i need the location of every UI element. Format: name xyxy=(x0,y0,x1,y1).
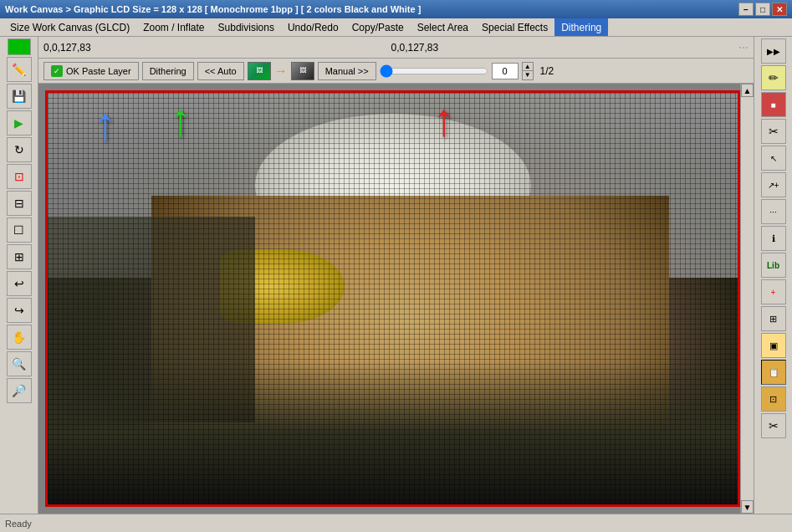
zoom-in-tool[interactable]: 🔍 xyxy=(7,351,32,376)
scroll-down-button[interactable]: ▼ xyxy=(741,500,754,514)
dither-value-input[interactable]: 0 xyxy=(492,63,519,79)
manual-button[interactable]: Manual >> xyxy=(318,62,376,80)
right-color-tool[interactable]: ■ xyxy=(761,92,786,117)
right-scissors-tool[interactable]: ✂ xyxy=(761,413,786,438)
vertical-scrollbar[interactable]: ▲ ▼ xyxy=(740,84,754,514)
status-bar-top: 0,0,127,83 0,0,127,83 ⋯ xyxy=(38,37,754,59)
right-dots-tool[interactable]: ··· xyxy=(761,199,786,224)
resize-handle: ⋯ xyxy=(738,42,749,54)
coords-right: 0,0,127,83 xyxy=(391,42,439,54)
right-cursor1-tool[interactable]: ↖ xyxy=(761,146,786,171)
right-square-tool[interactable]: ⊡ xyxy=(761,386,786,412)
play-tool[interactable]: ▶ xyxy=(7,110,32,136)
maximize-button[interactable]: □ xyxy=(755,3,770,16)
right-toolbar: ▶▶ ✏ ■ ✂ ↖ ↗+ ··· ℹ Lib + ⊞ ▣ 📋 ⊡ ✂ xyxy=(754,37,792,514)
spinner-up-down[interactable]: ▲ ▼ xyxy=(522,62,534,80)
left-toolbar: ✏️ 💾 ▶ ↻ ⊡ ⊟ ☐ ⊞ ↩ ↪ ✋ 🔍 🔎 xyxy=(0,37,38,514)
minimize-button[interactable]: − xyxy=(738,3,754,16)
image-thumb-1[interactable]: 🖼 xyxy=(248,62,271,80)
ok-paste-label: OK Paste Layer xyxy=(66,66,131,76)
title-bar: Work Canvas > Graphic LCD Size = 128 x 1… xyxy=(0,0,792,18)
eagle-detail xyxy=(48,93,738,504)
menu-copypaste[interactable]: Copy/Paste xyxy=(345,18,411,36)
grid-tool[interactable]: ⊞ xyxy=(7,244,32,269)
menu-selectarea[interactable]: Select Area xyxy=(411,18,475,36)
right-cut-tool[interactable]: ✂ xyxy=(761,119,786,144)
slider-container xyxy=(380,64,488,78)
menu-dithering[interactable]: Dithering xyxy=(554,18,608,36)
dithering-label: Dithering xyxy=(150,66,187,76)
dithering-button[interactable]: Dithering xyxy=(142,62,194,80)
frame-tool[interactable]: ☐ xyxy=(7,217,32,243)
redo-tool[interactable]: ↪ xyxy=(7,298,32,323)
menu-undo[interactable]: Undo/Redo xyxy=(281,18,345,36)
menu-subdivisions[interactable]: Subdivisions xyxy=(212,18,281,36)
ok-paste-button[interactable]: ✓ OK Paste Layer xyxy=(43,62,139,80)
lib-tool[interactable]: Lib xyxy=(761,253,786,278)
pencil-tool[interactable]: ✏️ xyxy=(7,57,32,82)
menu-effects[interactable]: Special Effects xyxy=(475,18,554,36)
menu-bar: Size Work Canvas (GLCD) Zoom / Inflate S… xyxy=(0,18,792,37)
auto-label: << Auto xyxy=(205,66,237,76)
right-play-tool[interactable]: ▶▶ xyxy=(761,38,786,64)
canvas-area: ▲ ▼ xyxy=(38,84,754,514)
palette-tool[interactable]: ⊞ xyxy=(761,306,786,331)
menu-zoom[interactable]: Zoom / Inflate xyxy=(136,18,211,36)
status-bar-bottom: Ready xyxy=(0,514,792,532)
title-bar-buttons: − □ ✕ xyxy=(738,3,787,16)
canvas-border: ↑ ↑ ↑ xyxy=(45,90,740,507)
fill-tool[interactable]: ▣ xyxy=(761,333,786,358)
close-button[interactable]: ✕ xyxy=(772,3,787,16)
menu-size[interactable]: Size Work Canvas (GLCD) xyxy=(3,18,136,36)
scroll-up-button[interactable]: ▲ xyxy=(741,84,754,97)
undo-tool[interactable]: ↩ xyxy=(7,271,32,296)
cut-region-tool[interactable]: ⊡ xyxy=(7,164,32,189)
manual-label: Manual >> xyxy=(325,66,369,76)
right-info-tool[interactable]: ℹ xyxy=(761,226,786,251)
action-bar: ✓ OK Paste Layer Dithering << Auto 🖼 → 🖼… xyxy=(38,59,754,84)
zoom-out-tool[interactable]: 🔎 xyxy=(7,378,32,403)
save-tool[interactable]: 💾 xyxy=(7,84,32,109)
paste-region-tool[interactable]: ⊟ xyxy=(7,191,32,216)
app-title: Work Canvas > Graphic LCD Size = 128 x 1… xyxy=(5,4,421,14)
ok-icon: ✓ xyxy=(51,65,63,77)
status-text: Ready xyxy=(5,519,32,529)
paste-active-tool[interactable]: 📋 xyxy=(761,360,786,385)
add-tool[interactable]: + xyxy=(761,279,786,304)
fraction-label: 1/2 xyxy=(540,65,554,77)
coords-left: 0,0,127,83 xyxy=(43,42,91,54)
dither-slider[interactable] xyxy=(380,64,488,78)
color-indicator-tool[interactable] xyxy=(8,38,31,55)
image-thumb-2[interactable]: 🖼 xyxy=(291,62,314,80)
hand-tool[interactable]: ✋ xyxy=(7,325,32,350)
auto-button[interactable]: << Auto xyxy=(197,62,244,80)
arrow-right-icon: → xyxy=(274,62,288,80)
right-pencil-tool[interactable]: ✏ xyxy=(761,65,786,90)
refresh-tool[interactable]: ↻ xyxy=(7,137,32,162)
right-cursor2-tool[interactable]: ↗+ xyxy=(761,172,786,197)
